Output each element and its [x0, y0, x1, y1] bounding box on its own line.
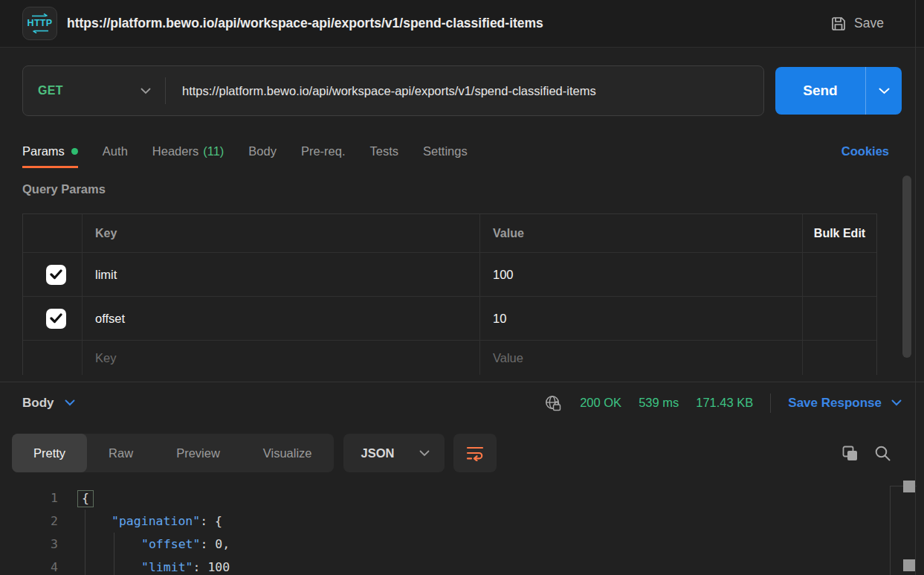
tab-headers-label: Headers [152, 144, 198, 158]
http-protocol-icon: HTTP [22, 7, 57, 40]
send-options-button[interactable] [865, 67, 902, 115]
chevron-down-icon [140, 88, 151, 94]
code-line: 4 "limit": 100 [0, 556, 924, 575]
param-key-cell[interactable]: limit [83, 253, 480, 296]
params-scrollbar-thumb[interactable] [902, 176, 911, 358]
save-button-label: Save [854, 16, 884, 31]
line-number: 3 [0, 537, 58, 551]
table-row: limit 100 [23, 253, 876, 297]
param-value-placeholder[interactable]: Value [480, 341, 803, 375]
editor-vertical-scroll-thumb[interactable] [903, 481, 915, 492]
param-value-cell[interactable]: 100 [480, 253, 803, 296]
save-response-label: Save Response [788, 396, 882, 411]
save-button[interactable]: Save [830, 16, 884, 32]
table-row: offset 10 [23, 297, 876, 341]
send-button-group: Send [775, 67, 902, 115]
cookies-link[interactable]: Cookies [841, 144, 889, 158]
chevron-down-icon [419, 450, 430, 457]
request-url-row: GET https://platform.bewo.io/api/workspa… [22, 65, 902, 116]
method-label: GET [38, 84, 63, 97]
view-tab-pretty[interactable]: Pretty [12, 434, 87, 472]
save-response-button[interactable]: Save Response [788, 396, 902, 411]
row-actions-cell [803, 341, 876, 375]
row-actions-cell [803, 253, 876, 296]
url-input[interactable]: https://platform.bewo.io/api/workspace-a… [166, 84, 763, 98]
view-tab-preview[interactable]: Preview [155, 434, 242, 472]
table-row-empty: Key Value [23, 341, 876, 375]
tab-tests[interactable]: Tests [370, 135, 399, 168]
method-url-container: GET https://platform.bewo.io/api/workspa… [22, 65, 764, 116]
checkbox-column-header [23, 214, 83, 252]
bulk-edit-button[interactable]: Bulk Edit [803, 214, 876, 252]
row-checkbox-checked[interactable] [46, 309, 66, 329]
status-badge: 200 OK [580, 396, 621, 410]
table-header-row: Key Value Bulk Edit [23, 214, 876, 253]
response-size: 171.43 KB [696, 396, 753, 410]
query-params-title: Query Params [22, 182, 106, 196]
response-view-tabs: Pretty Raw Preview Visualize [12, 434, 334, 472]
arrow-left-icon [31, 29, 49, 33]
wrap-lines-button[interactable] [453, 434, 497, 472]
response-body-editor[interactable]: 1 { 2 "pagination": { 3 "offset": 0, 4 "… [0, 486, 924, 575]
tab-body[interactable]: Body [248, 135, 277, 168]
query-params-table: Key Value Bulk Edit limit 100 offset 10 [22, 213, 877, 375]
format-label: JSON [361, 446, 395, 460]
response-header: Body 200 OK 539 ms 171.43 KB Save Respon… [22, 382, 902, 423]
params-modified-dot [71, 148, 78, 155]
http-badge-label: HTTP [28, 19, 53, 28]
key-column-header: Key [83, 214, 480, 252]
search-button[interactable] [874, 445, 891, 462]
tab-params-label: Params [22, 144, 65, 158]
response-toolbar: Pretty Raw Preview Visualize JSON [12, 434, 902, 472]
indent-guide [114, 533, 114, 575]
request-tabs: Params Auth Headers (11) Body Pre-req. T… [22, 135, 902, 168]
line-number: 1 [0, 491, 58, 505]
code-line: 1 { [0, 486, 924, 510]
bracket-highlight: { [77, 490, 94, 507]
tab-settings-label: Settings [423, 144, 468, 158]
wrap-text-icon [466, 445, 484, 461]
tab-prerequest-label: Pre-req. [301, 144, 346, 158]
check-icon [50, 269, 62, 280]
param-value-cell[interactable]: 10 [480, 297, 803, 340]
tab-auth-label: Auth [103, 144, 128, 158]
response-actions [841, 445, 902, 462]
chevron-down-icon [879, 88, 890, 94]
tab-headers[interactable]: Headers (11) [152, 135, 224, 168]
response-body-label: Body [22, 396, 54, 411]
copy-button[interactable] [841, 445, 859, 462]
headers-count-badge: (11) [203, 144, 224, 158]
view-tab-visualize[interactable]: Visualize [242, 434, 334, 472]
view-tab-raw[interactable]: Raw [87, 434, 155, 472]
send-button[interactable]: Send [775, 67, 865, 115]
response-meta: 200 OK 539 ms 171.43 KB Save Response [543, 393, 902, 413]
param-key-placeholder[interactable]: Key [83, 341, 480, 375]
chevron-down-icon [891, 399, 902, 406]
request-header-bar: HTTP https://platform.bewo.io/api/worksp… [0, 0, 924, 48]
save-icon [830, 16, 847, 32]
code-line: 3 "offset": 0, [0, 533, 924, 556]
row-actions-cell [803, 297, 876, 340]
indent-guide [85, 510, 85, 575]
tab-settings[interactable]: Settings [423, 135, 468, 168]
row-checkbox-checked[interactable] [46, 265, 66, 285]
network-globe-icon[interactable] [543, 393, 563, 413]
tab-auth[interactable]: Auth [103, 135, 128, 168]
format-selector[interactable]: JSON [343, 434, 445, 472]
editor-horizontal-scroll-thumb[interactable] [903, 559, 915, 571]
meta-divider [770, 393, 771, 413]
value-column-header: Value [480, 214, 803, 252]
response-body-dropdown[interactable]: Body [22, 396, 75, 411]
check-icon [50, 313, 62, 324]
param-key-cell[interactable]: offset [83, 297, 480, 340]
search-icon [874, 445, 891, 462]
response-time: 539 ms [639, 396, 679, 410]
code-line: 2 "pagination": { [0, 510, 924, 533]
tab-params[interactable]: Params [22, 135, 78, 168]
tab-prerequest[interactable]: Pre-req. [301, 135, 346, 168]
app-window: HTTP https://platform.bewo.io/api/worksp… [0, 0, 924, 575]
method-selector[interactable]: GET [23, 66, 166, 115]
editor-scroll-gutter-border [890, 486, 891, 575]
request-title: https://platform.bewo.io/api/workspace-a… [67, 16, 543, 31]
chevron-down-icon [65, 399, 75, 406]
